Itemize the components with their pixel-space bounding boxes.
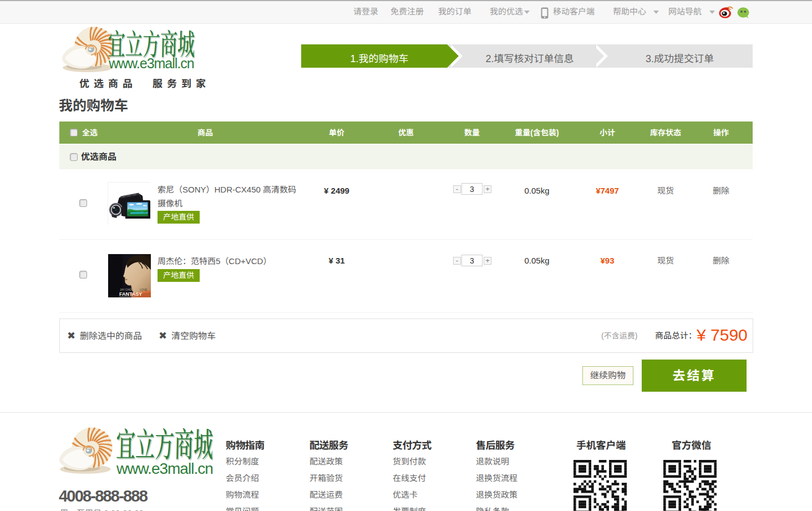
svg-text:FANTASY: FANTASY	[119, 291, 142, 297]
svg-text:LOVE: LOVE	[140, 288, 148, 291]
